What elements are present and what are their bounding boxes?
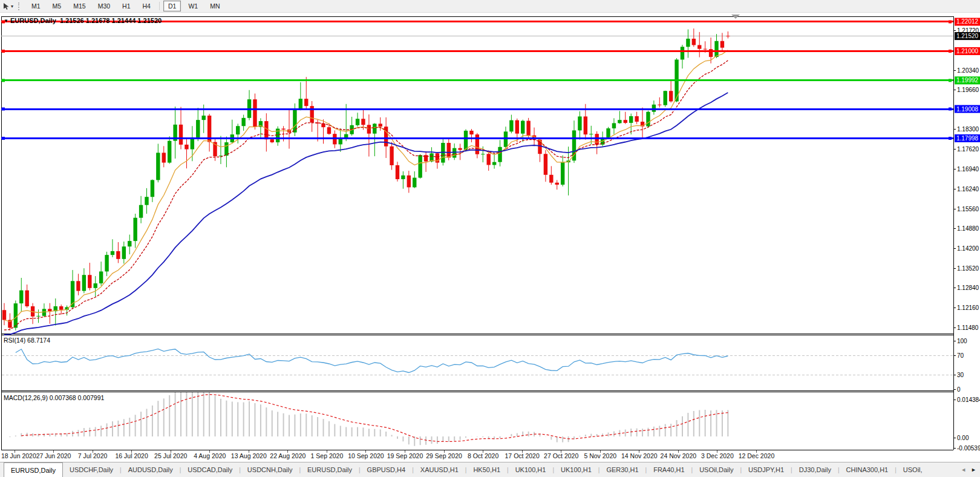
- timeframe-toolbar: ▾ M1M5M15M30H1H4D1W1MN: [0, 0, 980, 13]
- tab-usdjpy-h1[interactable]: USDJPY,H1: [742, 462, 791, 477]
- chart-canvas[interactable]: 1.220121.210001.199921.190081.179981.217…: [0, 13, 980, 462]
- svg-text:1.14200: 1.14200: [957, 245, 979, 252]
- svg-text:1.16240: 1.16240: [957, 186, 979, 192]
- tab-china300-h1[interactable]: CHINA300,H1: [840, 462, 895, 477]
- svg-text:1.22012: 1.22012: [956, 18, 979, 25]
- timeframe-button-mn[interactable]: MN: [205, 1, 224, 12]
- tab-uk100-h1[interactable]: UK100,H1: [509, 462, 553, 477]
- price-tag: 1.19008: [955, 105, 980, 113]
- tab-xauusd-h1[interactable]: XAUUSD,H1: [414, 462, 465, 477]
- svg-text:18 Jun 2020: 18 Jun 2020: [1, 452, 36, 459]
- tab-eurusd-daily[interactable]: EURUSD,Daily: [4, 462, 63, 477]
- svg-text:30: 30: [957, 372, 964, 378]
- tab-uk100-h1[interactable]: UK100,H1: [554, 462, 598, 477]
- svg-text:19 Sep 2020: 19 Sep 2020: [387, 452, 423, 459]
- timeframe-button-m15[interactable]: M15: [68, 1, 90, 12]
- timeframe-button-m5[interactable]: M5: [48, 1, 67, 12]
- rsi-indicator-label: RSI(14) 68.7174: [4, 337, 50, 344]
- svg-text:7 Jul 2020: 7 Jul 2020: [78, 452, 108, 459]
- toolbar-separator: [159, 2, 160, 10]
- svg-text:1 Sep 2020: 1 Sep 2020: [311, 452, 344, 459]
- svg-text:4 Aug 2020: 4 Aug 2020: [194, 452, 226, 459]
- tab-scroll-right-icon[interactable]: ►: [971, 467, 976, 473]
- price-tag: 1.19992: [955, 76, 980, 84]
- svg-text:1.11480: 1.11480: [957, 324, 979, 331]
- collapse-arrow-icon[interactable]: ▼: [4, 18, 8, 24]
- price-tag: 1.21520: [955, 32, 980, 40]
- svg-text:8 Oct 2020: 8 Oct 2020: [468, 452, 499, 459]
- svg-text:100: 100: [957, 338, 967, 344]
- svg-text:1.16940: 1.16940: [957, 166, 979, 173]
- svg-text:1.18300: 1.18300: [957, 126, 979, 133]
- symbol-tabbar: EURUSD,DailyUSDCHF,Daily|AUDUSD,Daily|US…: [0, 462, 980, 477]
- tab-ger30-h1[interactable]: GER30,H1: [599, 462, 645, 477]
- tab-hk50-h1[interactable]: HK50,H1: [466, 462, 507, 477]
- svg-text:1.14880: 1.14880: [957, 225, 979, 232]
- price-tag: 1.22012: [955, 18, 980, 25]
- price-tag: 1.21000: [955, 47, 980, 55]
- toolbar-grip: [18, 2, 21, 10]
- svg-text:0: 0: [957, 386, 961, 393]
- chart-ohlc-values: 1.21526 1.21678 1.21444 1.21520: [60, 17, 162, 24]
- tab-usdchf-daily[interactable]: USDCHF,Daily: [63, 462, 120, 477]
- svg-text:17 Oct 2020: 17 Oct 2020: [505, 452, 540, 459]
- tab-scroll-left-icon[interactable]: ◄: [961, 467, 966, 473]
- chevron-down-icon[interactable]: ▾: [11, 4, 13, 9]
- svg-text:10 Sep 2020: 10 Sep 2020: [348, 452, 384, 459]
- svg-text:1.19008: 1.19008: [956, 106, 979, 113]
- svg-text:1.21520: 1.21520: [956, 33, 979, 39]
- svg-text:25 Jul 2020: 25 Jul 2020: [154, 452, 187, 459]
- svg-text:24 Nov 2020: 24 Nov 2020: [661, 452, 697, 459]
- macd-indicator-label: MACD(12,26,9) 0.007368 0.007991: [4, 394, 104, 401]
- tab-eurusd-daily[interactable]: EURUSD,Daily: [301, 462, 359, 477]
- chart-area[interactable]: 1.220121.210001.199921.190081.179981.217…: [0, 13, 980, 462]
- svg-text:1.13520: 1.13520: [957, 265, 979, 272]
- tab-usoil-daily[interactable]: USOil,Daily: [693, 462, 740, 477]
- svg-text:13 Aug 2020: 13 Aug 2020: [231, 452, 267, 459]
- tab-gbpusd-h4[interactable]: GBPUSD,H4: [361, 462, 413, 477]
- svg-text:29 Sep 2020: 29 Sep 2020: [426, 452, 462, 459]
- tab-dj30-daily[interactable]: DJ30,Daily: [792, 462, 838, 477]
- svg-text:1.17998: 1.17998: [956, 135, 979, 142]
- svg-text:12 Dec 2020: 12 Dec 2020: [739, 452, 775, 459]
- tab-usdcnh-daily[interactable]: USDCNH,Daily: [241, 462, 299, 477]
- svg-text:0.00: 0.00: [957, 435, 969, 441]
- svg-text:1.19992: 1.19992: [956, 77, 979, 84]
- svg-text:16 Jul 2020: 16 Jul 2020: [116, 452, 148, 459]
- tab-fra40-h1[interactable]: FRA40,H1: [647, 462, 691, 477]
- tab-audusd-daily[interactable]: AUDUSD,Daily: [122, 462, 180, 477]
- svg-text:3 Dec 2020: 3 Dec 2020: [701, 452, 734, 459]
- svg-text:70: 70: [957, 352, 964, 359]
- svg-text:27 Jun 2020: 27 Jun 2020: [36, 452, 71, 459]
- cursor-tool-icon[interactable]: [2, 2, 10, 10]
- svg-text:14 Nov 2020: 14 Nov 2020: [621, 452, 658, 459]
- svg-text:-0.005394: -0.005394: [957, 445, 980, 452]
- tab-usdcad-daily[interactable]: USDCAD,Daily: [181, 462, 239, 477]
- timeframe-button-h1[interactable]: H1: [117, 1, 135, 12]
- timeframe-button-w1[interactable]: W1: [183, 1, 203, 12]
- tab-usoil-[interactable]: USOil,: [897, 462, 929, 477]
- timeframe-button-m30[interactable]: M30: [93, 1, 115, 12]
- svg-text:1.20340: 1.20340: [957, 67, 979, 74]
- svg-text:27 Oct 2020: 27 Oct 2020: [544, 452, 578, 459]
- svg-text:1.12160: 1.12160: [957, 304, 979, 311]
- timeframe-button-m1[interactable]: M1: [27, 1, 45, 12]
- svg-text:5 Nov 2020: 5 Nov 2020: [584, 452, 616, 459]
- chart-title: ▼ EURUSD,Daily 1.21526 1.21678 1.21444 1…: [4, 17, 162, 24]
- svg-text:1.19660: 1.19660: [957, 87, 979, 93]
- timeframe-button-h4[interactable]: H4: [138, 1, 155, 12]
- svg-text:1.17620: 1.17620: [957, 146, 979, 153]
- svg-text:1.12840: 1.12840: [957, 285, 979, 291]
- price-tag: 1.17998: [955, 134, 980, 142]
- svg-text:0.014384: 0.014384: [957, 396, 980, 403]
- timeframe-button-d1[interactable]: D1: [163, 1, 181, 12]
- svg-text:1.15560: 1.15560: [957, 206, 979, 212]
- svg-text:1.21000: 1.21000: [956, 48, 979, 54]
- chart-symbol: EURUSD,Daily: [10, 17, 56, 24]
- svg-text:22 Aug 2020: 22 Aug 2020: [270, 452, 305, 459]
